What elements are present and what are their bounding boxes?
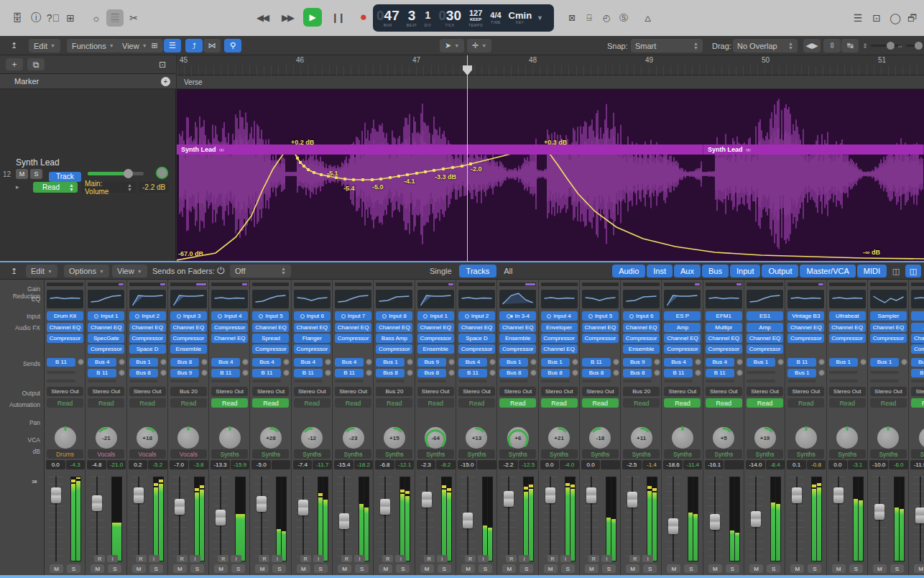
record-enable-button[interactable]: R (177, 555, 188, 562)
send-knob[interactable] (901, 359, 907, 365)
strip-mute-button[interactable]: M (132, 564, 146, 573)
output-slot[interactable]: Stereo Out (911, 387, 924, 396)
fader-cap[interactable] (380, 499, 390, 515)
fader-cap[interactable] (710, 514, 720, 530)
audio-fx-slot[interactable]: Channel EQ (870, 323, 907, 332)
pointer-tool-menu[interactable]: ➤▼ (440, 39, 464, 52)
secondary-tool-menu[interactable]: ✛▼ (467, 39, 491, 52)
info-icon[interactable]: ⓘ (27, 9, 45, 27)
vca-slot[interactable]: Synths (417, 449, 454, 459)
marker-track-header[interactable]: Marker + (0, 74, 176, 89)
audio-fx-slot[interactable]: Compressor (664, 344, 701, 354)
eq-thumbnail[interactable] (499, 290, 536, 308)
pan-knob[interactable] (827, 425, 868, 451)
audio-fx-slot[interactable]: Compressor (417, 334, 454, 343)
strip-mute-button[interactable]: M (214, 564, 228, 573)
strip-solo-button[interactable]: S (849, 564, 863, 573)
pan-knob[interactable]: +18 (127, 425, 168, 451)
audio-fx-slot[interactable]: Amp (664, 323, 701, 332)
horizontal-scrollbar[interactable] (0, 575, 924, 578)
strip-mute-button[interactable]: M (585, 564, 599, 573)
send-knob[interactable] (242, 370, 249, 376)
pan-knob[interactable] (662, 425, 703, 451)
pan-knob[interactable]: -12 (292, 425, 333, 451)
audio-fx-slot[interactable]: Channel EQ (294, 323, 331, 332)
send-slot[interactable]: B 11 (458, 368, 497, 377)
automation-mode[interactable]: Read (294, 398, 331, 408)
forward-button[interactable]: ▶▶ (278, 8, 297, 27)
audio-fx-slot[interactable]: Ensemble (499, 334, 536, 343)
input-monitor-button[interactable]: I (437, 555, 448, 562)
automation-mode-select[interactable]: Read▲▼ (33, 182, 78, 193)
fader-cap[interactable] (545, 487, 555, 503)
strip-mute-button[interactable]: M (297, 564, 310, 573)
audio-fx-slot[interactable]: Compressor (335, 334, 371, 343)
strip-solo-button[interactable]: S (726, 564, 739, 573)
vca-slot[interactable]: Synths (787, 449, 824, 459)
rows-view-icon[interactable]: ☰ (164, 39, 181, 52)
record-enable-button[interactable]: R (300, 555, 311, 562)
send-knob[interactable] (242, 359, 249, 365)
send-slot[interactable]: Bus 4 (294, 357, 333, 367)
fader-cap[interactable] (298, 500, 308, 515)
strip-solo-button[interactable]: S (479, 564, 492, 573)
fader-cap[interactable] (586, 487, 596, 503)
audio-fx-slot[interactable]: Channel EQ (88, 323, 124, 332)
audio-fx-slot[interactable]: Space D (458, 334, 495, 343)
send-slot[interactable]: Bus 8 (582, 368, 621, 377)
vca-slot[interactable]: Drums (47, 449, 83, 459)
output-slot[interactable]: Stereo Out (499, 387, 536, 396)
fader-cap[interactable] (51, 487, 61, 503)
audio-fx-slot[interactable]: Compressor (47, 334, 83, 343)
display-icon[interactable]: ⊡ (868, 9, 885, 27)
record-enable-button[interactable]: R (465, 555, 476, 562)
audio-fx-slot[interactable]: Compressor (582, 334, 619, 343)
vca-slot[interactable]: Vocals (88, 449, 124, 459)
send-slot[interactable]: Bus 9 (417, 357, 456, 367)
send-slot[interactable]: B 11 (706, 368, 744, 377)
send-slot[interactable]: B 11 (47, 357, 86, 367)
send-knob[interactable] (201, 370, 208, 376)
audio-fx-slot[interactable]: Channel EQ (787, 323, 824, 332)
strip-solo-button[interactable]: S (396, 564, 410, 573)
audio-fx-slot[interactable]: SpecGate (88, 334, 124, 343)
audio-fx-slot[interactable]: Multipr (706, 323, 742, 332)
vca-slot[interactable]: Vocals (170, 449, 207, 459)
vertical-zoom-slider[interactable]: ⇕ (862, 42, 900, 50)
output-slot[interactable]: Stereo Out (541, 387, 578, 396)
record-enable-button[interactable]: R (259, 555, 269, 562)
audio-fx-slot[interactable]: Compressor (706, 344, 742, 354)
loop-browser-icon[interactable]: ◯ (887, 9, 904, 27)
input-slot[interactable]: Input 3 (170, 311, 207, 321)
duplicate-track-button[interactable]: ⧉ (27, 58, 45, 70)
automation-mode[interactable]: Read (706, 398, 742, 408)
record-enable-button[interactable]: R (136, 555, 147, 562)
automation-mode[interactable]: Read (499, 398, 536, 408)
vca-slot[interactable]: Synths (706, 449, 742, 459)
snap-select[interactable]: Smart▲▼ (631, 39, 703, 52)
send-knob[interactable] (572, 370, 578, 376)
send-slot[interactable]: Bus 8 (129, 368, 168, 377)
track-header[interactable]: Synth Lead 12 M S Track ▸ Read▲▼ Main: V… (0, 156, 176, 199)
audio-region[interactable]: +0.2 dB-5.1-5.4-5.0-4.1-3.3 dB-2.0+0.3 d… (177, 89, 924, 261)
marker-lane[interactable]: Verse (177, 75, 924, 89)
input-slot[interactable]: Input 5 (252, 311, 289, 321)
pan-knob[interactable] (785, 425, 826, 451)
filter-audio[interactable]: Audio (612, 265, 645, 277)
track-volume-slider[interactable] (88, 172, 144, 175)
vca-slot[interactable]: Synths (623, 449, 660, 459)
automation-mode[interactable]: Read (129, 398, 166, 408)
strip-mute-button[interactable]: M (790, 564, 804, 573)
pan-knob[interactable] (909, 425, 924, 451)
send-slot[interactable]: Bus 4 (211, 357, 250, 367)
input-slot[interactable]: Input 8 (376, 311, 412, 321)
audio-fx-slot[interactable]: Ensemble (417, 344, 454, 354)
vca-slot[interactable]: Synths (499, 449, 536, 459)
audio-fx-slot[interactable]: Ensemble (170, 344, 207, 354)
strip-solo-button[interactable]: S (561, 564, 575, 573)
input-monitor-button[interactable]: I (107, 555, 118, 562)
pan-knob[interactable]: +5 (703, 425, 744, 451)
mixer-view-menu[interactable]: View▼ (112, 265, 147, 277)
strip-mute-button[interactable]: M (749, 564, 763, 573)
automation-mode[interactable]: Read (582, 398, 619, 408)
